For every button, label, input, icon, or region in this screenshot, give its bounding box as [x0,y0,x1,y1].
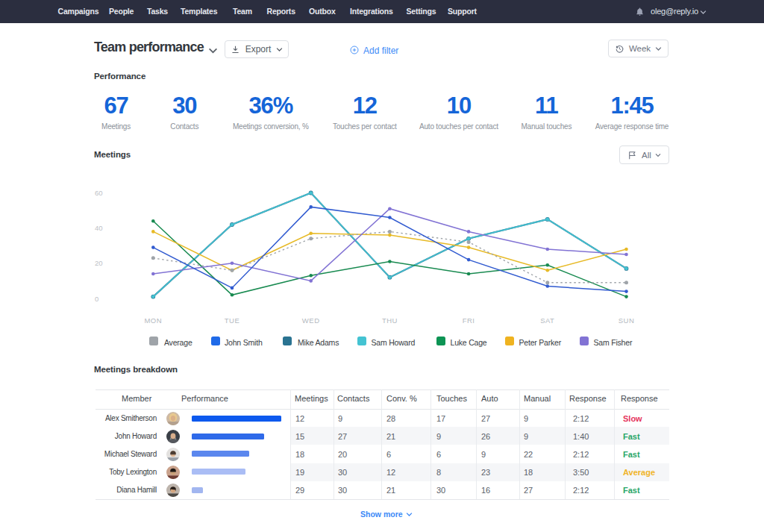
svg-text:THU: THU [382,316,398,325]
svg-text:20: 20 [95,259,103,267]
svg-text:SUN: SUN [619,316,635,325]
svg-text:TUE: TUE [225,316,240,325]
svg-text:WED: WED [302,316,320,325]
svg-text:FRI: FRI [463,316,475,325]
svg-text:60: 60 [95,189,103,197]
svg-text:0: 0 [95,295,98,303]
svg-text:SAT: SAT [540,316,554,325]
svg-text:MON: MON [144,316,162,325]
svg-text:40: 40 [95,224,103,232]
